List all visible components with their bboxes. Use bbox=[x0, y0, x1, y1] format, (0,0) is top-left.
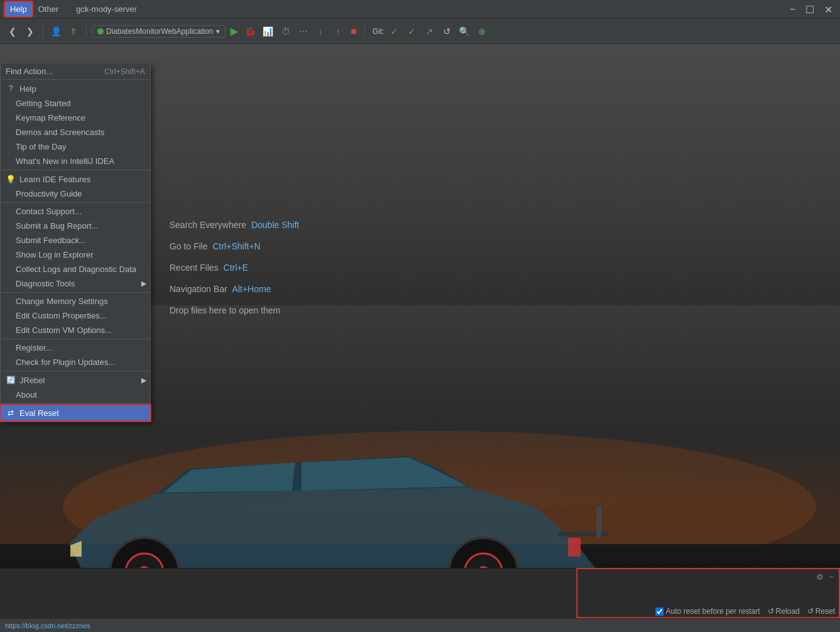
jrebel-label: JRebel bbox=[19, 376, 45, 385]
menu-item-edit-custom-props[interactable]: Edit Custom Properties... bbox=[1, 308, 150, 323]
eval-reset-label: Eval Reset bbox=[19, 408, 59, 418]
search-button[interactable]: 🔍 bbox=[457, 24, 472, 39]
menu-section-5: Register... Check for Plugin Updates... bbox=[1, 339, 150, 371]
run-config-arrow: ▾ bbox=[216, 27, 220, 36]
reset-label: Reset bbox=[816, 607, 835, 616]
menu-item-about[interactable]: About bbox=[1, 388, 150, 402]
demos-label: Demos and Screencasts bbox=[16, 128, 105, 137]
run-config-name: DiabatesMonitorWebApplication bbox=[106, 27, 213, 36]
run-button[interactable]: ▶ bbox=[228, 24, 240, 38]
git-label: Git: bbox=[372, 27, 384, 36]
about-label: About bbox=[16, 390, 37, 400]
minimize-button[interactable]: − bbox=[787, 3, 798, 16]
menu-item-submit-bug[interactable]: Submit a Bug Report... bbox=[1, 219, 150, 233]
maximize-button[interactable]: ☐ bbox=[803, 2, 817, 16]
menu-item-collect-logs[interactable]: Collect Logs and Diagnostic Data bbox=[1, 262, 150, 276]
menu-item-tip[interactable]: Tip of the Day bbox=[1, 139, 150, 154]
reload-icon: ↺ bbox=[768, 607, 774, 616]
menu-item-change-memory[interactable]: Change Memory Settings bbox=[1, 294, 150, 308]
menu-item-check-updates[interactable]: Check for Plugin Updates... bbox=[1, 355, 150, 369]
menu-other[interactable]: Other bbox=[33, 2, 64, 16]
git-arrow-button[interactable]: ↗ bbox=[422, 24, 437, 39]
svg-rect-4 bbox=[596, 506, 601, 538]
add-button[interactable]: ⊕ bbox=[475, 24, 490, 39]
status-bar: https://blog.csdn.net/zzznes bbox=[0, 618, 840, 632]
menu-item-keymap[interactable]: Keymap Reference bbox=[1, 111, 150, 125]
hint-navbar: Navigation Bar Alt+Home bbox=[170, 284, 299, 294]
git-check-button[interactable]: ✓ bbox=[387, 24, 402, 39]
find-action-row[interactable]: Find Action... Ctrl+Shift+A bbox=[1, 63, 150, 80]
learn-ide-label: Learn IDE Features bbox=[19, 175, 90, 184]
project-title: gck-mody-server bbox=[76, 4, 137, 14]
menu-item-help[interactable]: ? Help bbox=[1, 81, 150, 96]
git-check2-button[interactable]: ✓ bbox=[404, 24, 419, 39]
edit-custom-props-label: Edit Custom Properties... bbox=[16, 311, 107, 320]
more-run-button[interactable]: ⋯ bbox=[296, 24, 311, 39]
submit-bug-label: Submit a Bug Report... bbox=[16, 221, 99, 231]
run-dot bbox=[97, 28, 104, 35]
whats-new-label: What's New in IntelliJ IDEA bbox=[16, 156, 114, 166]
vcs-push-button[interactable]: ↑ bbox=[331, 24, 346, 39]
show-log-label: Show Log in Explorer bbox=[16, 250, 94, 259]
menu-item-register[interactable]: Register... bbox=[1, 341, 150, 355]
menu-help[interactable]: Help bbox=[5, 2, 32, 16]
welcome-hints: Search Everywhere Double Shift Go to Fil… bbox=[170, 220, 299, 327]
bottom-panel: ⚙ − Auto reset before per restart ↺ Relo… bbox=[0, 568, 840, 618]
vcs-update-button[interactable]: ↓ bbox=[313, 24, 328, 39]
menu-section-6: 🔄 JRebel ▶ About bbox=[1, 371, 150, 404]
menu-item-show-log[interactable]: Show Log in Explorer bbox=[1, 248, 150, 262]
auto-reset-checkbox[interactable]: Auto reset before per restart bbox=[655, 607, 760, 616]
run-config-selector[interactable]: DiabatesMonitorWebApplication ▾ bbox=[92, 25, 225, 38]
hint-navbar-text: Navigation Bar bbox=[170, 284, 227, 294]
vcs-button[interactable]: ⇑ bbox=[66, 24, 81, 39]
auto-reset-input[interactable] bbox=[655, 607, 664, 616]
profile-button[interactable]: 👤 bbox=[48, 24, 63, 39]
menu-section-7: ⇄ Eval Reset bbox=[1, 404, 150, 422]
menu-item-contact-support[interactable]: Contact Support... bbox=[1, 204, 150, 219]
reset-button[interactable]: ↺ Reset bbox=[807, 607, 835, 616]
debug-button[interactable]: 🐞 bbox=[243, 24, 258, 39]
toolbar-sep-1 bbox=[43, 25, 43, 38]
menu-section-1: ? Help Getting Started Keymap Reference … bbox=[1, 80, 150, 170]
minimize-panel-icon[interactable]: − bbox=[827, 571, 835, 583]
bottom-panel-content: Auto reset before per restart ↺ Reload ↺… bbox=[655, 607, 835, 616]
jrebel-icon: 🔄 bbox=[6, 375, 16, 385]
close-button[interactable]: ✕ bbox=[822, 2, 835, 16]
menu-item-edit-custom-vm[interactable]: Edit Custom VM Options... bbox=[1, 323, 150, 337]
reload-button[interactable]: ↺ Reload bbox=[768, 607, 800, 616]
find-action-label: Find Action... bbox=[6, 67, 104, 76]
hint-search-text: Search Everywhere bbox=[170, 220, 246, 230]
collect-logs-label: Collect Logs and Diagnostic Data bbox=[16, 264, 136, 274]
menu-item-help-label: Help bbox=[19, 84, 36, 94]
menu-item-productivity[interactable]: Productivity Guide bbox=[1, 187, 150, 201]
stop-button[interactable]: ■ bbox=[348, 25, 360, 38]
menu-item-demos[interactable]: Demos and Screencasts bbox=[1, 125, 150, 139]
check-updates-label: Check for Plugin Updates... bbox=[16, 357, 115, 367]
bottom-panel-toolbar: ⚙ − bbox=[810, 569, 840, 586]
hint-search-key: Double Shift bbox=[251, 220, 299, 230]
contact-support-label: Contact Support... bbox=[16, 207, 82, 216]
nav-back-button[interactable]: ❮ bbox=[5, 24, 20, 39]
diagnostic-tools-arrow: ▶ bbox=[141, 280, 146, 288]
menu-item-submit-feedback[interactable]: Submit Feedback... bbox=[1, 233, 150, 248]
coverage-button[interactable]: 📊 bbox=[261, 24, 276, 39]
menu-item-learn-ide[interactable]: 💡 Learn IDE Features bbox=[1, 172, 150, 187]
help-menu: Find Action... Ctrl+Shift+A ? Help Getti… bbox=[0, 63, 151, 422]
menu-item-whats-new[interactable]: What's New in IntelliJ IDEA bbox=[1, 154, 150, 168]
settings-icon[interactable]: ⚙ bbox=[815, 571, 825, 583]
hint-navbar-key: Alt+Home bbox=[232, 284, 271, 294]
change-memory-label: Change Memory Settings bbox=[16, 297, 108, 306]
menu-item-jrebel[interactable]: 🔄 JRebel ▶ bbox=[1, 373, 150, 388]
svg-rect-11 bbox=[568, 538, 581, 557]
hint-recent-text: Recent Files bbox=[170, 263, 218, 273]
nav-forward-button[interactable]: ❯ bbox=[23, 24, 38, 39]
profile-run-button[interactable]: ⏱ bbox=[278, 24, 293, 39]
menu-item-eval-reset[interactable]: ⇄ Eval Reset bbox=[1, 405, 150, 420]
menu-item-diagnostic-tools[interactable]: Diagnostic Tools ▶ bbox=[1, 276, 150, 291]
menu-item-getting-started[interactable]: Getting Started bbox=[1, 96, 150, 111]
toolbar: ❮ ❯ 👤 ⇑ DiabatesMonitorWebApplication ▾ … bbox=[0, 19, 840, 44]
git-revert-button[interactable]: ↺ bbox=[439, 24, 455, 39]
find-action-shortcut: Ctrl+Shift+A bbox=[104, 67, 145, 76]
hint-goto: Go to File Ctrl+Shift+N bbox=[170, 241, 299, 251]
menu-bar: Help Other bbox=[5, 2, 63, 16]
